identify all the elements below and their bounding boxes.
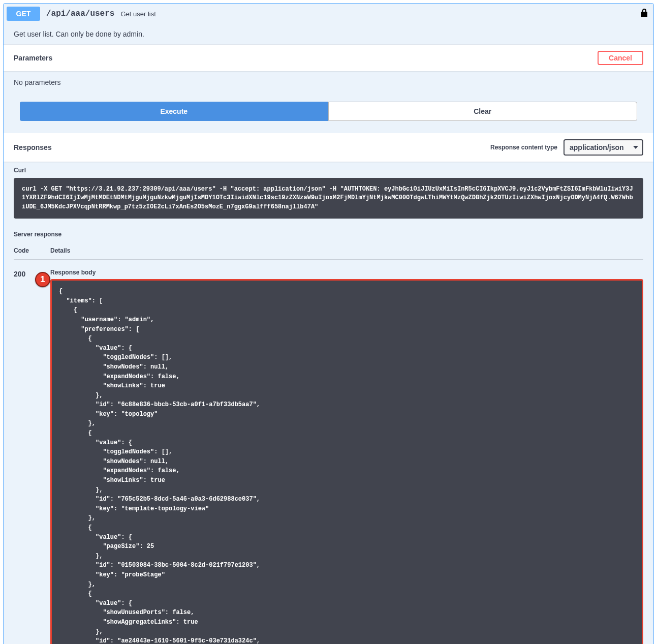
responses-section-header: Responses Response content type applicat…: [4, 133, 653, 162]
lock-icon[interactable]: [640, 8, 648, 20]
content-type-wrap: Response content type application/json: [490, 139, 643, 156]
action-button-row: Execute Clear: [20, 102, 637, 121]
content-type-label: Response content type: [490, 144, 557, 151]
server-response-label: Server response: [4, 226, 653, 242]
code-column-header: Code: [14, 247, 50, 254]
cancel-button[interactable]: Cancel: [598, 51, 643, 65]
clear-button[interactable]: Clear: [328, 102, 638, 121]
parameters-section-header: Parameters Cancel: [4, 45, 653, 71]
curl-command-block[interactable]: curl -X GET "https://3.21.92.237:29309/a…: [14, 178, 643, 219]
response-details: Response body 1 { "items": [ { "username…: [50, 269, 643, 644]
response-row: 200 Response body 1 { "items": [ { "user…: [14, 260, 643, 644]
http-method-badge: GET: [7, 7, 40, 21]
no-parameters-text: No parameters: [14, 78, 643, 86]
details-column-header: Details: [50, 247, 643, 254]
response-body-block[interactable]: { "items": [ { "username": "admin", "pre…: [50, 279, 643, 644]
content-type-select[interactable]: application/json: [564, 139, 643, 156]
operation-header[interactable]: GET /api/aaa/users Get user list: [4, 4, 653, 24]
curl-label: Curl: [4, 162, 653, 178]
response-table-header: Code Details: [14, 242, 643, 260]
parameters-body: No parameters Execute Clear: [4, 71, 653, 133]
content-type-select-wrap: application/json: [564, 139, 643, 156]
endpoint-description: Get user list. Can only be done by admin…: [4, 24, 653, 45]
response-table: Code Details 200 Response body 1 { "item…: [4, 242, 653, 644]
response-body-label: Response body: [50, 269, 643, 279]
execute-button[interactable]: Execute: [20, 102, 328, 121]
api-operation-panel: GET /api/aaa/users Get user list Get use…: [3, 3, 654, 644]
parameters-title: Parameters: [14, 54, 52, 62]
responses-title: Responses: [14, 143, 52, 151]
endpoint-summary: Get user list: [120, 10, 640, 18]
annotation-marker-1: 1: [35, 272, 50, 287]
endpoint-path: /api/aaa/users: [40, 9, 120, 18]
